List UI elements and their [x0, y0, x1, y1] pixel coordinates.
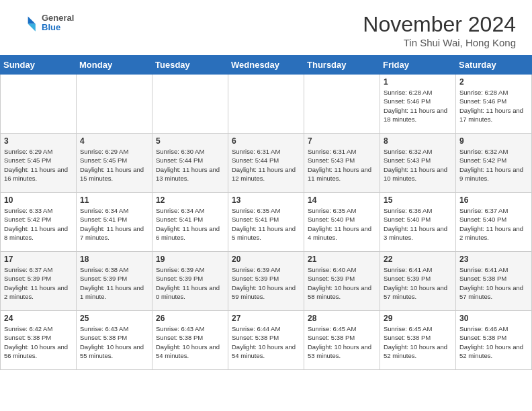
day-info: Sunrise: 6:33 AM Sunset: 5:42 PM Dayligh… — [4, 206, 73, 242]
day-number: 14 — [308, 195, 376, 205]
day-cell: 29Sunrise: 6:45 AM Sunset: 5:38 PM Dayli… — [380, 311, 456, 370]
logo-text: General Blue — [42, 13, 74, 33]
day-number: 19 — [156, 255, 224, 264]
day-cell: 8Sunrise: 6:32 AM Sunset: 5:43 PM Daylig… — [380, 134, 456, 193]
day-cell: 5Sunrise: 6:30 AM Sunset: 5:44 PM Daylig… — [152, 134, 228, 193]
day-cell — [228, 75, 304, 134]
day-info: Sunrise: 6:35 AM Sunset: 5:40 PM Dayligh… — [308, 206, 376, 242]
week-row-2: 3Sunrise: 6:29 AM Sunset: 5:45 PM Daylig… — [1, 134, 532, 193]
day-number: 21 — [308, 255, 376, 264]
day-cell: 30Sunrise: 6:46 AM Sunset: 5:38 PM Dayli… — [456, 311, 532, 370]
day-info: Sunrise: 6:31 AM Sunset: 5:44 PM Dayligh… — [232, 147, 300, 183]
day-info: Sunrise: 6:45 AM Sunset: 5:38 PM Dayligh… — [308, 324, 376, 360]
svg-marker-0 — [28, 16, 36, 24]
day-info: Sunrise: 6:39 AM Sunset: 5:39 PM Dayligh… — [156, 265, 224, 301]
day-number: 8 — [384, 136, 452, 146]
day-cell: 4Sunrise: 6:29 AM Sunset: 5:45 PM Daylig… — [77, 134, 152, 193]
day-number: 17 — [4, 255, 73, 264]
day-cell: 12Sunrise: 6:34 AM Sunset: 5:41 PM Dayli… — [152, 193, 228, 252]
day-info: Sunrise: 6:43 AM Sunset: 5:38 PM Dayligh… — [156, 324, 224, 360]
day-cell: 10Sunrise: 6:33 AM Sunset: 5:42 PM Dayli… — [1, 193, 77, 252]
day-info: Sunrise: 6:40 AM Sunset: 5:39 PM Dayligh… — [308, 265, 376, 301]
day-number: 6 — [232, 136, 300, 146]
day-number: 24 — [4, 314, 73, 323]
month-title: November 2024 — [363, 12, 516, 37]
day-number: 18 — [80, 255, 148, 264]
weekday-header-monday: Monday — [77, 56, 152, 75]
day-cell: 2Sunrise: 6:28 AM Sunset: 5:46 PM Daylig… — [456, 75, 532, 134]
day-number: 3 — [4, 136, 73, 146]
week-row-3: 10Sunrise: 6:33 AM Sunset: 5:42 PM Dayli… — [1, 193, 532, 252]
week-row-1: 1Sunrise: 6:28 AM Sunset: 5:46 PM Daylig… — [1, 75, 532, 134]
day-number: 20 — [232, 255, 300, 264]
day-cell: 24Sunrise: 6:42 AM Sunset: 5:38 PM Dayli… — [1, 311, 77, 370]
day-cell: 6Sunrise: 6:31 AM Sunset: 5:44 PM Daylig… — [228, 134, 304, 193]
day-cell: 19Sunrise: 6:39 AM Sunset: 5:39 PM Dayli… — [152, 252, 228, 311]
day-info: Sunrise: 6:28 AM Sunset: 5:46 PM Dayligh… — [384, 88, 452, 124]
day-number: 11 — [80, 195, 148, 205]
day-number: 23 — [459, 255, 528, 264]
day-number: 10 — [4, 195, 73, 205]
day-info: Sunrise: 6:41 AM Sunset: 5:38 PM Dayligh… — [459, 265, 528, 301]
day-number: 5 — [156, 136, 224, 146]
day-cell: 14Sunrise: 6:35 AM Sunset: 5:40 PM Dayli… — [304, 193, 380, 252]
day-number: 12 — [156, 195, 224, 205]
day-info: Sunrise: 6:29 AM Sunset: 5:45 PM Dayligh… — [80, 147, 148, 183]
weekday-header-sunday: Sunday — [1, 56, 77, 75]
day-info: Sunrise: 6:32 AM Sunset: 5:42 PM Dayligh… — [459, 147, 528, 183]
day-info: Sunrise: 6:42 AM Sunset: 5:38 PM Dayligh… — [4, 324, 73, 360]
day-number: 22 — [384, 255, 452, 264]
day-number: 30 — [459, 314, 528, 323]
day-cell: 22Sunrise: 6:41 AM Sunset: 5:39 PM Dayli… — [380, 252, 456, 311]
day-info: Sunrise: 6:43 AM Sunset: 5:38 PM Dayligh… — [80, 324, 148, 360]
title-section: November 2024 Tin Shui Wai, Hong Kong — [363, 12, 516, 48]
day-number: 2 — [459, 77, 528, 87]
day-cell: 23Sunrise: 6:41 AM Sunset: 5:38 PM Dayli… — [456, 252, 532, 311]
day-cell: 9Sunrise: 6:32 AM Sunset: 5:42 PM Daylig… — [456, 134, 532, 193]
week-row-4: 17Sunrise: 6:37 AM Sunset: 5:39 PM Dayli… — [1, 252, 532, 311]
logo-icon — [16, 12, 38, 34]
day-number: 26 — [156, 314, 224, 323]
day-cell: 21Sunrise: 6:40 AM Sunset: 5:39 PM Dayli… — [304, 252, 380, 311]
page-header: General Blue November 2024 Tin Shui Wai,… — [0, 0, 532, 55]
day-cell: 18Sunrise: 6:38 AM Sunset: 5:39 PM Dayli… — [77, 252, 152, 311]
day-cell — [152, 75, 228, 134]
day-number: 29 — [384, 314, 452, 323]
day-cell: 28Sunrise: 6:45 AM Sunset: 5:38 PM Dayli… — [304, 311, 380, 370]
day-cell: 17Sunrise: 6:37 AM Sunset: 5:39 PM Dayli… — [1, 252, 77, 311]
day-cell — [1, 75, 77, 134]
svg-marker-1 — [28, 24, 36, 32]
day-cell: 13Sunrise: 6:35 AM Sunset: 5:41 PM Dayli… — [228, 193, 304, 252]
day-cell: 15Sunrise: 6:36 AM Sunset: 5:40 PM Dayli… — [380, 193, 456, 252]
day-info: Sunrise: 6:29 AM Sunset: 5:45 PM Dayligh… — [4, 147, 73, 183]
day-info: Sunrise: 6:46 AM Sunset: 5:38 PM Dayligh… — [459, 324, 528, 360]
day-info: Sunrise: 6:37 AM Sunset: 5:39 PM Dayligh… — [4, 265, 73, 301]
weekday-header-wednesday: Wednesday — [228, 56, 304, 75]
weekday-header-row: SundayMondayTuesdayWednesdayThursdayFrid… — [1, 56, 532, 75]
weekday-header-thursday: Thursday — [304, 56, 380, 75]
day-cell: 3Sunrise: 6:29 AM Sunset: 5:45 PM Daylig… — [1, 134, 77, 193]
day-cell — [304, 75, 380, 134]
logo-general: General — [42, 13, 74, 23]
location: Tin Shui Wai, Hong Kong — [363, 37, 516, 48]
day-info: Sunrise: 6:44 AM Sunset: 5:38 PM Dayligh… — [232, 324, 300, 360]
day-number: 28 — [308, 314, 376, 323]
day-number: 4 — [80, 136, 148, 146]
weekday-header-friday: Friday — [380, 56, 456, 75]
day-cell: 7Sunrise: 6:31 AM Sunset: 5:43 PM Daylig… — [304, 134, 380, 193]
day-info: Sunrise: 6:28 AM Sunset: 5:46 PM Dayligh… — [459, 88, 528, 124]
day-info: Sunrise: 6:41 AM Sunset: 5:39 PM Dayligh… — [384, 265, 452, 301]
day-cell — [77, 75, 152, 134]
day-number: 16 — [459, 195, 528, 205]
day-number: 1 — [384, 77, 452, 87]
day-info: Sunrise: 6:39 AM Sunset: 5:39 PM Dayligh… — [232, 265, 300, 301]
logo: General Blue — [16, 12, 74, 34]
day-cell: 20Sunrise: 6:39 AM Sunset: 5:39 PM Dayli… — [228, 252, 304, 311]
day-info: Sunrise: 6:35 AM Sunset: 5:41 PM Dayligh… — [232, 206, 300, 242]
day-cell: 16Sunrise: 6:37 AM Sunset: 5:40 PM Dayli… — [456, 193, 532, 252]
day-cell: 1Sunrise: 6:28 AM Sunset: 5:46 PM Daylig… — [380, 75, 456, 134]
day-number: 15 — [384, 195, 452, 205]
weekday-header-saturday: Saturday — [456, 56, 532, 75]
day-number: 13 — [232, 195, 300, 205]
day-info: Sunrise: 6:38 AM Sunset: 5:39 PM Dayligh… — [80, 265, 148, 301]
